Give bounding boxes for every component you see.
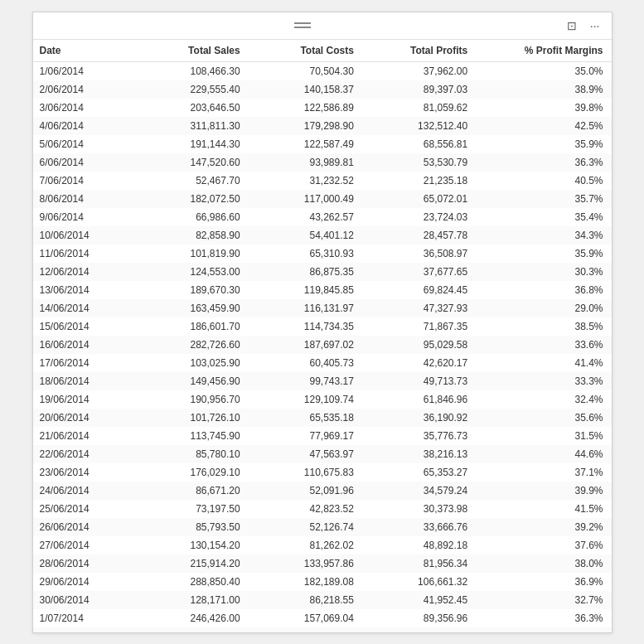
cell-total_profits: 42,620.17 — [362, 354, 476, 372]
cell-total_costs: 122,587.49 — [249, 135, 362, 153]
cell-date: 1/06/2014 — [33, 61, 127, 80]
cell-pct_profit_margins: 33.6% — [476, 336, 611, 354]
cell-total_costs: 99,743.17 — [249, 372, 362, 390]
cell-total_costs: 81,262.02 — [249, 536, 362, 554]
cell-total_costs: 119,845.85 — [249, 281, 362, 299]
cell-pct_profit_margins: 41.4% — [476, 354, 611, 372]
table-row: 29/06/2014288,850.40182,189.08106,661.32… — [33, 573, 612, 591]
cell-total_costs: 179,298.90 — [249, 117, 362, 135]
cell-date: 29/06/2014 — [33, 573, 127, 591]
col-header-date: Date — [33, 40, 127, 62]
cell-date: 2/07/2014 — [33, 627, 127, 632]
cell-pct_profit_margins: 30.3% — [476, 263, 611, 281]
cell-date: 5/06/2014 — [33, 135, 127, 153]
table-row: 3/06/2014203,646.50122,586.8981,059.6239… — [33, 99, 612, 117]
cell-total_costs: 114,734.35 — [249, 317, 362, 336]
cell-total_costs: 86,218.55 — [249, 591, 362, 609]
cell-total_profits: 95,029.58 — [362, 336, 476, 354]
table-body: 1/06/2014108,466.3070,504.3037,962.0035.… — [33, 61, 612, 632]
cell-total_sales: 66,986.60 — [127, 208, 249, 226]
cell-date: 11/06/2014 — [33, 245, 127, 263]
cell-total_profits: 28,457.78 — [362, 226, 476, 245]
table-row: 25/06/201473,197.5042,823.5230,373.9841.… — [33, 500, 612, 518]
cell-date: 3/06/2014 — [33, 99, 127, 117]
table-row: 6/06/2014147,520.6093,989.8153,530.7936.… — [33, 153, 612, 172]
cell-pct_profit_margins: 42.5% — [476, 117, 611, 135]
cell-date: 6/06/2014 — [33, 153, 127, 172]
table-row: 24/06/201486,671.2052,091.9634,579.2439.… — [33, 482, 612, 500]
cell-total_sales: 182,072.50 — [127, 190, 249, 208]
cell-total_costs: 110,675.83 — [249, 463, 362, 482]
col-header-total-profits: Total Profits — [362, 40, 476, 62]
cell-total_sales: 203,646.50 — [127, 99, 249, 117]
cell-total_sales: 73,197.50 — [127, 500, 249, 518]
col-header-total-costs: Total Costs — [249, 40, 362, 62]
cell-pct_profit_margins: 32.4% — [476, 390, 611, 409]
cell-total_sales: 215,914.20 — [127, 554, 249, 573]
cell-date: 14/06/2014 — [33, 299, 127, 317]
cell-total_profits: 34,579.24 — [362, 482, 476, 500]
cell-date: 17/06/2014 — [33, 354, 127, 372]
cell-total_costs: 71,811.47 — [249, 627, 362, 632]
table-row: 5/06/2014191,144.30122,587.4968,556.8135… — [33, 135, 612, 153]
cell-pct_profit_margins: 35.6% — [476, 409, 611, 427]
cell-date: 7/06/2014 — [33, 172, 127, 190]
cell-date: 15/06/2014 — [33, 317, 127, 336]
cell-pct_profit_margins: 35.9% — [476, 245, 611, 263]
drag-area[interactable] — [294, 22, 311, 28]
expand-icon[interactable]: ⊡ — [564, 17, 580, 34]
cell-total_sales: 149,456.90 — [127, 372, 249, 390]
cell-total_costs: 182,189.08 — [249, 573, 362, 591]
cell-total_costs: 42,823.52 — [249, 500, 362, 518]
table-row: 14/06/2014163,459.90116,131.9747,327.932… — [33, 299, 612, 317]
table-row: 2/06/2014229,555.40140,158.3789,397.0338… — [33, 80, 612, 99]
cell-pct_profit_margins: 35.4% — [476, 208, 611, 226]
table-row: 4/06/2014311,811.30179,298.90132,512.404… — [33, 117, 612, 135]
table-row: 17/06/2014103,025.9060,405.7342,620.1741… — [33, 354, 612, 372]
table-row: 19/06/2014190,956.70129,109.7461,846.963… — [33, 390, 612, 409]
cell-total_sales: 163,459.90 — [127, 299, 249, 317]
table-scroll-area[interactable]: Date Total Sales Total Costs Total Profi… — [33, 40, 612, 632]
cell-total_sales: 311,811.30 — [127, 117, 249, 135]
cell-total_sales: 186,601.70 — [127, 317, 249, 336]
cell-total_sales: 113,745.90 — [127, 427, 249, 445]
cell-date: 24/06/2014 — [33, 482, 127, 500]
cell-pct_profit_margins: 38.5% — [476, 317, 611, 336]
cell-total_sales: 108,466.30 — [127, 61, 249, 80]
table-row: 10/06/201482,858.9054,401.1228,457.7834.… — [33, 226, 612, 245]
cell-pct_profit_margins: 37.6% — [476, 536, 611, 554]
cell-total_profits: 54,262.43 — [362, 627, 476, 632]
cell-total_sales: 130,154.20 — [127, 536, 249, 554]
table-row: 21/06/2014113,745.9077,969.1735,776.7331… — [33, 427, 612, 445]
cell-pct_profit_margins: 37.1% — [476, 463, 611, 482]
table-row: 26/06/201485,793.5052,126.7433,666.7639.… — [33, 518, 612, 536]
more-icon[interactable]: ··· — [587, 17, 603, 34]
cell-total_sales: 229,555.40 — [127, 80, 249, 99]
table-row: 15/06/2014186,601.70114,734.3571,867.353… — [33, 317, 612, 336]
cell-pct_profit_margins: 34.3% — [476, 226, 611, 245]
table-row: 28/06/2014215,914.20133,957.8681,956.343… — [33, 554, 612, 573]
cell-total_costs: 116,131.97 — [249, 299, 362, 317]
cell-total_profits: 21,235.18 — [362, 172, 476, 190]
table-row: 2/07/2014126,073.9071,811.4754,262.4343.… — [33, 627, 612, 632]
cell-total_sales: 101,726.10 — [127, 409, 249, 427]
cell-total_costs: 187,697.02 — [249, 336, 362, 354]
cell-total_sales: 288,850.40 — [127, 573, 249, 591]
cell-date: 8/06/2014 — [33, 190, 127, 208]
cell-total_sales: 101,819.90 — [127, 245, 249, 263]
cell-total_sales: 85,793.50 — [127, 518, 249, 536]
drag-handle-icon — [294, 22, 311, 28]
table-row: 27/06/2014130,154.2081,262.0248,892.1837… — [33, 536, 612, 554]
cell-date: 30/06/2014 — [33, 591, 127, 609]
cell-pct_profit_margins: 44.6% — [476, 445, 611, 463]
table-row: 30/06/2014128,171.0086,218.5541,952.4532… — [33, 591, 612, 609]
cell-pct_profit_margins: 40.5% — [476, 172, 611, 190]
col-header-total-sales: Total Sales — [127, 40, 249, 62]
cell-total_sales: 282,726.60 — [127, 336, 249, 354]
cell-total_profits: 35,776.73 — [362, 427, 476, 445]
cell-total_costs: 52,091.96 — [249, 482, 362, 500]
cell-total_profits: 61,846.96 — [362, 390, 476, 409]
cell-date: 9/06/2014 — [33, 208, 127, 226]
cell-total_profits: 89,397.03 — [362, 80, 476, 99]
data-table: ⊡ ··· Date Total Sales Total Costs Total… — [32, 12, 613, 633]
